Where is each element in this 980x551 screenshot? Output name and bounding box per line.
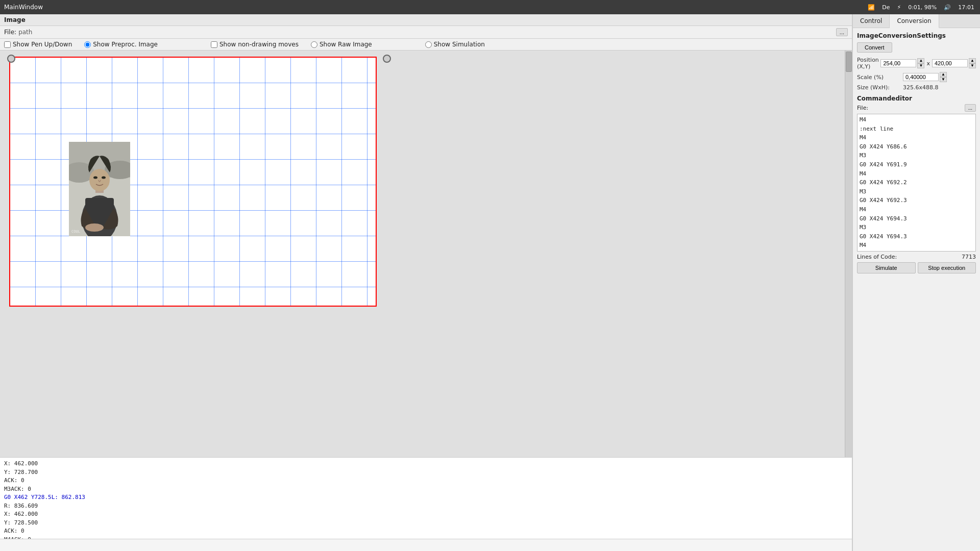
titlebar-system-info: 📶 De ⚡ 0:01, 98% 🔊 17:01: [866, 4, 976, 11]
position-y-down[interactable]: ▼: [969, 63, 976, 68]
code-line-11: G0 X424 Y694.3: [860, 214, 973, 223]
position-x-input[interactable]: [880, 59, 916, 67]
raw-image-radio[interactable]: [311, 41, 317, 48]
position-x-down[interactable]: ▼: [917, 63, 924, 68]
code-line-10: M4: [860, 205, 973, 214]
image-container: COUL: [69, 142, 130, 236]
tab-control[interactable]: Control: [853, 14, 890, 28]
time: 17:01: [958, 4, 974, 11]
cmd-file-row: File: ...: [857, 104, 976, 112]
handle-top-right[interactable]: [383, 55, 391, 63]
action-buttons: Simulate Stop execution: [857, 262, 976, 273]
titlebar-title-group: MainWindow: [4, 4, 43, 11]
code-line-3: G0 X424 Y686.6: [860, 142, 973, 152]
cmd-file-browse-button[interactable]: ...: [965, 104, 976, 112]
tab-bar: Control Conversion: [853, 14, 980, 28]
scale-up[interactable]: ▲: [940, 72, 947, 77]
simulation-option[interactable]: Show Simulation: [425, 41, 485, 48]
convert-button[interactable]: Convert: [857, 42, 892, 53]
position-x-spinner: ▲ ▼: [917, 58, 924, 68]
watermark-text: COUL: [71, 230, 80, 234]
console-line-2: Y: 728.700: [4, 468, 848, 477]
console-line-8: Y: 728.500: [4, 519, 848, 528]
scale-row: Scale (%) ▲ ▼: [857, 72, 976, 82]
wifi-icon: 📶: [868, 4, 875, 11]
command-input[interactable]: [0, 539, 852, 551]
show-preproc-label: Show Preproc. Image: [93, 41, 158, 48]
mona-lisa-svg: COUL: [69, 142, 130, 236]
code-line-14: M4: [860, 241, 973, 250]
cmd-file-label: File:: [857, 105, 868, 111]
non-drawing-option[interactable]: Show non-drawing moves: [211, 41, 299, 48]
show-preproc-option[interactable]: Show Preproc. Image: [84, 41, 158, 48]
image-section-header: Image: [0, 14, 852, 26]
canvas-scrollbar-vertical[interactable]: [845, 51, 852, 457]
simulation-radio[interactable]: [425, 41, 432, 48]
simulation-label: Show Simulation: [434, 41, 485, 48]
position-x-up[interactable]: ▲: [917, 58, 924, 63]
file-row: File: path: [4, 29, 32, 36]
command-editor-title: Commandeditor: [857, 95, 976, 102]
size-value: 325.6x488.8: [903, 84, 939, 91]
de-icon: De: [882, 4, 890, 11]
code-line-13: G0 X424 Y694.3: [860, 232, 973, 241]
code-line-0: M4: [860, 115, 973, 124]
scale-input[interactable]: [903, 73, 939, 81]
position-y-input[interactable]: [932, 59, 968, 67]
console-line-1: X: 462.000: [4, 460, 848, 468]
position-row: Position (X,Y) ▲ ▼ x ▲ ▼: [857, 57, 976, 70]
console-panel: X: 462.000 Y: 728.700 ACK: 0 M3ACK: 0 G0…: [0, 457, 852, 539]
right-panel-content: ImageConversionSettings Convert Position…: [853, 28, 980, 551]
svg-point-8: [93, 177, 97, 179]
code-line-6: M4: [860, 169, 973, 179]
console-line-9: ACK: 0: [4, 527, 848, 536]
console-line-5: G0 X462 Y728.5L: 862.813: [4, 493, 848, 502]
file-path: path: [18, 29, 32, 36]
raw-image-option[interactable]: Show Raw Image: [311, 41, 372, 48]
pen-up-down-checkbox[interactable]: [4, 41, 11, 48]
grid-overlay: [10, 58, 376, 306]
position-inputs: ▲ ▼ x ▲ ▼: [880, 58, 976, 68]
x-separator: x: [926, 60, 930, 67]
position-y-up[interactable]: ▲: [969, 58, 976, 63]
scale-down[interactable]: ▼: [940, 77, 947, 82]
show-preproc-radio[interactable]: [84, 41, 91, 48]
pen-up-down-option[interactable]: Show Pen Up/Down: [4, 41, 72, 48]
code-line-5: G0 X424 Y691.9: [860, 160, 973, 169]
scale-inputs: ▲ ▼: [903, 72, 947, 82]
canvas-scroll-thumb[interactable]: [846, 52, 852, 72]
svg-point-9: [102, 177, 106, 179]
titlebar: MainWindow 📶 De ⚡ 0:01, 98% 🔊 17:01: [0, 0, 980, 14]
scale-spinner: ▲ ▼: [940, 72, 947, 82]
code-line-2: M4: [860, 133, 973, 142]
code-line-9: G0 X424 Y692.3: [860, 196, 973, 205]
code-line-15: G0 X424 Y694.5: [860, 250, 973, 252]
file-browse-button[interactable]: ...: [836, 28, 848, 36]
volume-icon: 🔊: [944, 4, 951, 11]
non-drawing-label: Show non-drawing moves: [219, 41, 299, 48]
console-line-10: M4ACK: 0: [4, 536, 848, 539]
non-drawing-checkbox[interactable]: [211, 41, 217, 48]
stop-execution-button[interactable]: Stop execution: [918, 262, 976, 273]
lines-of-code-row: Lines of Code: 7713: [857, 254, 976, 260]
position-label: Position (X,Y): [857, 57, 880, 70]
scale-label: Scale (%): [857, 74, 903, 81]
size-label: Size (WxH):: [857, 84, 903, 91]
raw-image-label: Show Raw Image: [320, 41, 372, 48]
svg-point-10: [85, 223, 104, 232]
lines-label: Lines of Code:: [857, 254, 897, 260]
code-editor[interactable]: M4 :next line M4 G0 X424 Y686.6 M3 G0 X4…: [857, 114, 976, 252]
tab-conversion[interactable]: Conversion: [890, 14, 939, 28]
image-conversion-title: ImageConversionSettings: [857, 32, 976, 39]
code-line-4: M3: [860, 151, 973, 160]
pen-up-down-label: Show Pen Up/Down: [13, 41, 72, 48]
bottom-input-bar: [0, 539, 852, 551]
simulate-button[interactable]: Simulate: [857, 262, 916, 273]
code-line-1: :next line: [860, 124, 973, 134]
console-line-7: X: 462.000: [4, 510, 848, 519]
size-row: Size (WxH): 325.6x488.8: [857, 84, 976, 91]
handle-top-left[interactable]: [7, 55, 15, 63]
main-container: Image File: path ... Show Pen Up/Down Sh…: [0, 14, 980, 551]
position-y-spinner: ▲ ▼: [969, 58, 976, 68]
console-line-4: M3ACK: 0: [4, 485, 848, 494]
